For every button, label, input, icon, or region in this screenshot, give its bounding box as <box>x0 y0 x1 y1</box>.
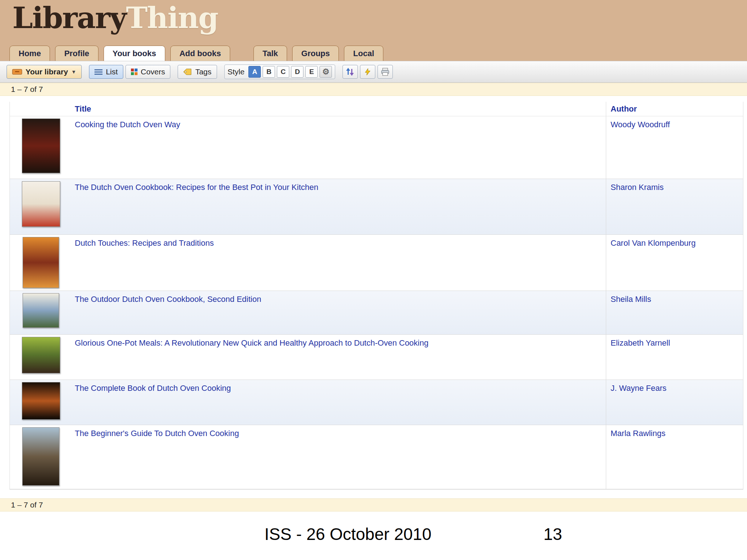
tab-your-books[interactable]: Your books <box>104 46 165 61</box>
power-edit-button[interactable] <box>360 65 375 79</box>
pagination-count-top: 1 – 7 of 7 <box>11 85 43 94</box>
book-author-link[interactable]: Marla Rawlings <box>611 429 665 438</box>
book-cover-thumbnail[interactable] <box>22 118 60 173</box>
cover-cell <box>10 425 72 489</box>
lightning-icon <box>364 68 371 76</box>
book-title-link[interactable]: The Outdoor Dutch Oven Cookbook, Second … <box>75 295 261 304</box>
view-list-button[interactable]: List <box>89 65 123 79</box>
book-title-link[interactable]: The Beginner's Guide To Dutch Oven Cooki… <box>75 429 239 438</box>
gear-icon: ⚙ <box>322 67 330 77</box>
tab-talk[interactable]: Talk <box>253 46 287 61</box>
pagination-top: 1 – 7 of 7 <box>0 83 747 96</box>
author-cell: Carol Van Klompenburg <box>606 235 743 291</box>
table-row: The Beginner's Guide To Dutch Oven Cooki… <box>10 425 743 489</box>
book-cover-thumbnail[interactable] <box>23 293 59 328</box>
book-table: Title Author Cooking the Dutch Oven Way … <box>9 102 743 490</box>
book-table-body: Cooking the Dutch Oven Way Woody Woodruf… <box>10 116 743 489</box>
book-cover-thumbnail[interactable] <box>22 337 60 373</box>
tab-home[interactable]: Home <box>9 46 50 61</box>
toolbar: Your library ▼ List Covers Tags <box>0 61 747 83</box>
column-header-cover <box>10 102 72 116</box>
table-row: Dutch Touches: Recipes and Traditions Ca… <box>10 235 743 291</box>
title-cell: The Beginner's Guide To Dutch Oven Cooki… <box>72 425 606 489</box>
caret-down-icon: ▼ <box>71 69 76 75</box>
list-icon <box>94 69 102 75</box>
cover-cell <box>10 291 72 334</box>
pagination-bottom: 1 – 7 of 7 <box>0 498 747 512</box>
author-cell: Elizabeth Yarnell <box>606 335 743 380</box>
column-header-title[interactable]: Title <box>75 104 91 114</box>
cover-cell <box>10 179 72 234</box>
book-author-link[interactable]: Sheila Mills <box>611 295 651 304</box>
title-cell: The Complete Book of Dutch Oven Cooking <box>72 380 606 425</box>
style-b-button[interactable]: B <box>263 66 275 78</box>
tab-profile[interactable]: Profile <box>55 46 98 61</box>
table-row: Glorious One-Pot Meals: A Revolutionary … <box>10 335 743 380</box>
table-row: Cooking the Dutch Oven Way Woody Woodruf… <box>10 116 743 179</box>
style-a-button[interactable]: A <box>248 66 261 78</box>
sort-arrows-icon <box>346 68 354 76</box>
author-cell: Marla Rawlings <box>606 425 743 489</box>
tags-button[interactable]: Tags <box>178 65 217 79</box>
book-title-link[interactable]: Dutch Touches: Recipes and Traditions <box>75 238 214 248</box>
author-cell: Sharon Kramis <box>606 179 743 234</box>
book-author-link[interactable]: Carol Van Klompenburg <box>611 238 696 248</box>
style-d-button[interactable]: D <box>291 66 303 78</box>
author-cell: Woody Woodruff <box>606 116 743 179</box>
sort-button[interactable] <box>342 65 358 79</box>
drawer-icon <box>12 68 22 75</box>
book-author-link[interactable]: J. Wayne Fears <box>611 384 666 393</box>
book-title-link[interactable]: The Dutch Oven Cookbook: Recipes for the… <box>75 183 318 192</box>
title-cell: Cooking the Dutch Oven Way <box>72 116 606 179</box>
tags-label: Tags <box>195 67 211 76</box>
book-cover-thumbnail[interactable] <box>22 382 60 420</box>
action-buttons-group <box>342 65 393 79</box>
book-title-link[interactable]: Cooking the Dutch Oven Way <box>75 120 180 129</box>
author-cell: J. Wayne Fears <box>606 380 743 425</box>
style-settings-button[interactable]: ⚙ <box>320 66 332 78</box>
tab-local[interactable]: Local <box>344 46 383 61</box>
covers-icon <box>131 69 138 75</box>
title-cell: Dutch Touches: Recipes and Traditions <box>72 235 606 291</box>
logo-text-library: Library <box>12 1 126 35</box>
book-author-link[interactable]: Elizabeth Yarnell <box>611 338 670 347</box>
table-row: The Dutch Oven Cookbook: Recipes for the… <box>10 179 743 235</box>
title-cell: The Outdoor Dutch Oven Cookbook, Second … <box>72 291 606 334</box>
librarything-logo[interactable]: LibraryThing <box>12 1 218 35</box>
main-nav: HomeProfileYour booksAdd booksTalkGroups… <box>9 46 388 61</box>
book-title-link[interactable]: The Complete Book of Dutch Oven Cooking <box>75 384 231 393</box>
book-cover-thumbnail[interactable] <box>23 237 59 288</box>
slide-footer: ISS - 26 October 2010 13 <box>0 524 747 546</box>
tags-icon <box>183 69 192 75</box>
book-author-link[interactable]: Woody Woodruff <box>611 120 670 129</box>
style-selector-group: Style A B C D E ⚙ <box>224 65 336 79</box>
your-library-dropdown[interactable]: Your library ▼ <box>7 65 82 79</box>
book-cover-thumbnail[interactable] <box>22 181 60 227</box>
book-cover-thumbnail[interactable] <box>22 427 59 486</box>
author-cell: Sheila Mills <box>606 291 743 334</box>
your-library-label: Your library <box>26 67 68 76</box>
print-button[interactable] <box>378 65 393 79</box>
view-toggle-group: List Covers <box>89 65 170 79</box>
tab-groups[interactable]: Groups <box>292 46 339 61</box>
tab-add-books[interactable]: Add books <box>170 46 230 61</box>
slide-caption: ISS - 26 October 2010 <box>264 524 431 544</box>
cover-cell <box>10 235 72 291</box>
printer-icon <box>381 68 390 76</box>
librarything-page: LibraryThing HomeProfileYour booksAdd bo… <box>0 0 747 512</box>
column-header-author[interactable]: Author <box>611 104 637 114</box>
book-title-link[interactable]: Glorious One-Pot Meals: A Revolutionary … <box>75 338 429 347</box>
title-cell: The Dutch Oven Cookbook: Recipes for the… <box>72 179 606 234</box>
cover-cell <box>10 380 72 425</box>
logo-text-thing: Thing <box>126 1 218 35</box>
site-header: LibraryThing HomeProfileYour booksAdd bo… <box>0 0 747 61</box>
view-covers-button[interactable]: Covers <box>125 65 171 79</box>
style-e-button[interactable]: E <box>305 66 318 78</box>
cover-cell <box>10 335 72 380</box>
book-author-link[interactable]: Sharon Kramis <box>611 183 664 192</box>
style-c-button[interactable]: C <box>277 66 289 78</box>
table-row: The Complete Book of Dutch Oven Cooking … <box>10 380 743 425</box>
book-table-header: Title Author <box>10 102 743 116</box>
style-label: Style <box>228 67 245 76</box>
title-cell: Glorious One-Pot Meals: A Revolutionary … <box>72 335 606 380</box>
